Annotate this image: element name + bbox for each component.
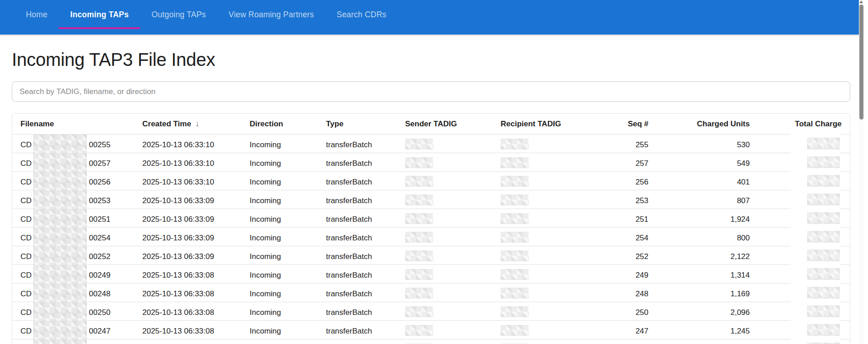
filename-cell: CD 00248	[20, 284, 142, 304]
column-header-direction[interactable]: Direction	[250, 120, 326, 129]
sender-tadig-cell	[405, 288, 501, 301]
redacted-filename-segment	[33, 284, 87, 304]
direction-cell: Incoming	[250, 252, 326, 261]
created-time-cell: 2025-10-13 06:33:08	[142, 308, 250, 317]
table-row: CD 00253 2025-10-13 06:33:09 Incoming tr…	[12, 190, 850, 209]
nav-tab-incoming-taps[interactable]: Incoming TAPs	[59, 0, 140, 29]
charged-units-cell: 1,314	[648, 271, 750, 280]
type-cell: transferBatch	[326, 178, 405, 187]
column-header-created-time[interactable]: Created Time↓	[142, 119, 250, 129]
tap-file-table: Filename Created Time↓ Direction Type Se…	[12, 113, 850, 344]
redacted-total-charge	[807, 175, 840, 187]
redacted-filename-segment	[33, 265, 87, 286]
direction-cell: Incoming	[250, 215, 326, 224]
direction-cell: Incoming	[250, 196, 326, 205]
direction-cell: Incoming	[250, 159, 326, 168]
charged-units-cell: 549	[648, 159, 750, 168]
sender-tadig-cell	[405, 269, 501, 282]
filename-prefix: CD	[20, 215, 32, 224]
sender-tadig-cell	[405, 157, 501, 170]
direction-cell: Incoming	[250, 140, 326, 150]
created-time-cell: 2025-10-13 06:33:09	[142, 234, 250, 243]
recipient-tadig-cell	[501, 325, 578, 338]
redacted-sender-tadig	[405, 232, 433, 243]
scroll-up-arrow-icon[interactable]	[859, 0, 863, 3]
main-content: Incoming TAP3 File Index Filename Create…	[12, 50, 850, 344]
seq-cell: 249	[578, 271, 648, 280]
column-header-total-charge[interactable]: Total Charge	[750, 120, 842, 129]
page-title: Incoming TAP3 File Index	[12, 50, 850, 70]
filename-prefix: CD	[20, 252, 32, 261]
charged-units-cell: 2,096	[648, 308, 750, 317]
filename-prefix: CD	[20, 308, 32, 317]
column-header-filename[interactable]: Filename	[20, 120, 142, 129]
redacted-total-charge	[807, 324, 840, 336]
redaction-strip	[791, 209, 841, 228]
nav-tab-home[interactable]: Home	[15, 0, 59, 29]
table-row: CD 00256 2025-10-13 06:33:10 Incoming tr…	[12, 172, 850, 190]
direction-cell: Incoming	[250, 308, 326, 317]
filename-cell: CD 00254	[20, 228, 142, 249]
filename-cell: CD 00250	[20, 302, 142, 323]
redacted-sender-tadig	[405, 325, 433, 336]
table-row: CD 00246 2025-10-13 06:33:07 Incoming tr…	[12, 339, 850, 344]
filename-suffix: 00247	[89, 327, 110, 336]
type-cell: transferBatch	[326, 215, 405, 224]
type-cell: transferBatch	[326, 271, 405, 280]
nav-tab-search-cdrs[interactable]: Search CDRs	[326, 0, 398, 29]
recipient-tadig-cell	[501, 157, 578, 170]
seq-cell: 256	[578, 178, 648, 187]
filename-cell: CD 00257	[20, 153, 142, 174]
redacted-filename-segment	[33, 302, 87, 323]
redacted-recipient-tadig	[501, 306, 529, 317]
redacted-filename-segment	[33, 153, 87, 174]
direction-cell: Incoming	[250, 289, 326, 299]
table-row: CD 00248 2025-10-13 06:33:08 Incoming tr…	[12, 284, 850, 302]
filename-prefix: CD	[20, 178, 32, 187]
column-header-seq[interactable]: Seq #	[578, 120, 648, 129]
nav-tab-view-roaming-partners[interactable]: View Roaming Partners	[217, 0, 326, 29]
redacted-total-charge	[807, 231, 840, 243]
redaction-strip	[791, 227, 841, 246]
filename-prefix: CD	[20, 271, 32, 280]
created-time-cell: 2025-10-13 06:33:08	[142, 271, 250, 280]
redacted-recipient-tadig	[501, 325, 529, 336]
filename-cell: CD 00256	[20, 172, 142, 193]
recipient-tadig-cell	[501, 250, 578, 264]
charged-units-cell: 1,924	[648, 215, 750, 224]
redacted-sender-tadig	[405, 213, 433, 224]
vertical-scrollbar[interactable]	[859, 0, 863, 344]
redacted-recipient-tadig	[501, 139, 529, 150]
filename-suffix: 00250	[89, 308, 110, 317]
filename-cell: CD 00253	[20, 190, 142, 211]
recipient-tadig-cell	[501, 232, 578, 245]
scrollbar-thumb[interactable]	[859, 5, 863, 120]
redacted-recipient-tadig	[501, 194, 529, 205]
direction-cell: Incoming	[250, 327, 326, 336]
filename-cell: CD 00249	[20, 265, 142, 286]
column-header-charged-units[interactable]: Charged Units	[648, 120, 750, 129]
filename-prefix: CD	[20, 234, 32, 243]
seq-cell: 253	[578, 196, 648, 205]
redacted-sender-tadig	[405, 288, 433, 299]
filename-suffix: 00249	[89, 271, 110, 280]
nav-tab-outgoing-taps[interactable]: Outgoing TAPs	[140, 0, 217, 29]
search-input[interactable]	[12, 81, 850, 102]
sender-tadig-cell	[405, 213, 501, 226]
seq-cell: 254	[578, 234, 648, 243]
redacted-total-charge	[807, 287, 840, 299]
column-header-recipient-tadig[interactable]: Recipient TADIG	[501, 120, 578, 129]
column-header-type[interactable]: Type	[326, 120, 405, 129]
filename-cell: CD 00246	[20, 339, 142, 344]
redaction-strip	[791, 264, 841, 284]
type-cell: transferBatch	[326, 289, 405, 299]
filename-suffix: 00254	[89, 234, 110, 243]
seq-cell: 255	[578, 140, 648, 150]
filename-suffix: 00255	[89, 140, 110, 150]
table-row: CD 00255 2025-10-13 06:33:10 Incoming tr…	[12, 135, 850, 153]
seq-cell: 257	[578, 159, 648, 168]
filename-suffix: 00257	[89, 159, 110, 168]
recipient-tadig-cell	[501, 194, 578, 208]
type-cell: transferBatch	[326, 140, 405, 150]
column-header-sender-tadig[interactable]: Sender TADIG	[405, 120, 501, 129]
